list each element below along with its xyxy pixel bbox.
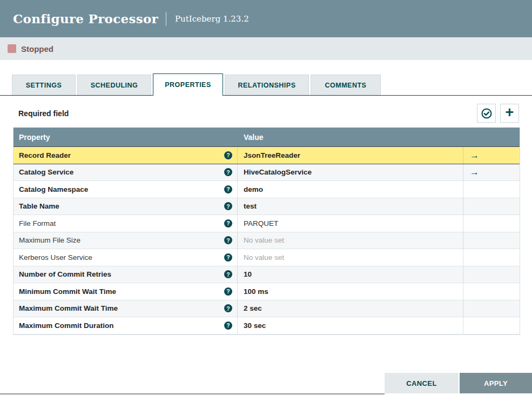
row-action-cell: → [463,283,520,300]
dialog-footer: CANCEL APPLY [385,373,532,393]
tab-bar: SETTINGS SCHEDULING PROPERTIES RELATIONS… [0,73,532,96]
property-name-cell: Maximum File Size ? [14,232,238,249]
tab-properties[interactable]: PROPERTIES [153,73,223,96]
cancel-button[interactable]: CANCEL [385,373,459,393]
dialog-bottom-edge [0,393,385,394]
help-icon[interactable]: ? [224,185,232,193]
property-value: 2 sec [244,304,262,312]
apply-button[interactable]: APPLY [460,373,532,393]
tab-label: SETTINGS [26,82,62,89]
property-value-cell[interactable]: No value set [238,232,463,249]
status-label: Stopped [21,44,53,53]
property-row: Table Name ? test → [14,198,520,216]
property-row: File Format ? PARQUET → [14,215,520,232]
property-name: Minimum Commit Wait Time [19,287,116,296]
property-name-cell: Minimum Commit Wait Time ? [14,283,238,300]
property-value-cell[interactable]: 10 [238,266,463,283]
property-value-cell[interactable]: JsonTreeReader [238,147,463,164]
row-action-cell: → [463,232,520,249]
processor-type-version: PutIceberg 1.23.2 [175,14,249,24]
property-name: File Format [19,219,56,227]
help-icon[interactable]: ? [224,253,232,262]
property-name-cell: Maximum Commit Duration ? [14,317,238,334]
check-circle-icon [481,108,493,119]
tab-label: PROPERTIES [165,81,211,89]
help-icon[interactable]: ? [224,287,232,296]
row-action-cell: → [463,249,520,266]
property-name-cell: Table Name ? [14,198,238,215]
property-value-cell[interactable]: 30 sec [238,317,463,334]
property-name-cell: Catalog Namespace ? [14,181,238,198]
property-row: Maximum Commit Duration ? 30 sec → [14,317,520,334]
tab-label: COMMENTS [325,82,367,89]
help-icon[interactable]: ? [224,322,232,330]
row-action-cell: → [463,215,520,232]
property-name: Record Reader [19,151,71,159]
property-name-cell: Kerberos User Service ? [14,249,238,266]
table-body: Record Reader ? JsonTreeReader → Catalog… [14,146,520,334]
property-value: PARQUET [244,219,278,227]
property-value-cell[interactable]: demo [238,181,463,198]
property-name-cell: Catalog Service ? [14,164,238,181]
verify-properties-button[interactable] [477,104,496,123]
property-name-cell: File Format ? [14,215,238,232]
tab-relationships[interactable]: RELATIONSHIPS [225,75,309,95]
tab-scheduling[interactable]: SCHEDULING [77,75,151,95]
property-name: Catalog Namespace [19,185,88,193]
tab-label: RELATIONSHIPS [238,82,296,89]
help-icon[interactable]: ? [224,236,232,244]
row-action-cell: → [463,181,520,198]
column-header-value: Value [238,133,463,142]
property-value-cell[interactable]: 100 ms [238,283,463,300]
property-name: Maximum Commit Duration [19,322,114,330]
help-icon[interactable]: ? [224,151,232,159]
help-icon[interactable]: ? [224,304,232,312]
stopped-icon [8,44,16,53]
property-value: 10 [244,270,252,278]
help-icon[interactable]: ? [224,202,232,210]
go-to-service-icon[interactable]: → [470,151,479,160]
property-value-cell[interactable]: HiveCatalogService [238,164,463,181]
status-bar: Stopped [0,37,532,60]
property-name-cell: Number of Commit Retries ? [14,266,238,283]
tab-comments[interactable]: COMMENTS [311,75,381,95]
row-action-cell: → [463,164,520,181]
property-name: Maximum File Size [19,236,80,244]
property-value: 30 sec [244,322,266,330]
help-icon[interactable]: ? [224,219,232,227]
go-to-service-icon[interactable]: → [470,168,479,177]
row-action-cell: → [463,317,520,334]
tab-settings[interactable]: SETTINGS [12,75,76,95]
dialog-header: Configure Processor PutIceberg 1.23.2 [0,0,532,37]
property-name-cell: Maximum Commit Wait Time ? [14,300,238,317]
property-name: Maximum Commit Wait Time [19,304,118,312]
required-field-legend: Required field [18,109,69,118]
property-value: No value set [244,253,284,262]
help-icon[interactable]: ? [224,168,232,176]
toolbar-buttons: + [473,104,519,123]
column-header-property: Property [14,133,238,142]
help-icon[interactable]: ? [224,270,232,278]
property-name: Number of Commit Retries [19,270,111,278]
add-property-button[interactable]: + [500,104,519,123]
property-name: Kerberos User Service [19,253,92,262]
row-action-cell: → [463,198,520,215]
property-value: 100 ms [244,287,268,296]
property-name: Table Name [19,202,59,210]
table-header-row: Property Value [14,128,520,147]
row-action-cell: → [463,300,520,317]
title-divider [166,12,166,26]
property-row: Kerberos User Service ? No value set → [14,249,520,266]
property-value-cell[interactable]: 2 sec [238,300,463,317]
property-value: JsonTreeReader [244,151,300,159]
property-value-cell[interactable]: test [238,198,463,215]
property-row: Catalog Service ? HiveCatalogService → [14,164,520,182]
property-value-cell[interactable]: PARQUET [238,215,463,232]
property-value-cell[interactable]: No value set [238,249,463,266]
property-row: Record Reader ? JsonTreeReader → [14,146,520,164]
row-action-cell: → [463,147,520,164]
dialog-title: Configure Processor [13,11,158,26]
properties-toolbar: Required field + [13,104,519,123]
property-value: HiveCatalogService [244,168,312,176]
property-row: Catalog Namespace ? demo → [14,181,520,198]
